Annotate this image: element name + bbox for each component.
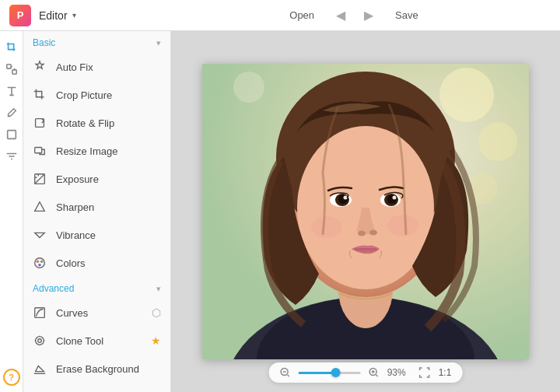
curves-icon: [31, 304, 48, 321]
svg-point-35: [369, 230, 377, 236]
colors-icon: [31, 254, 48, 271]
clone-star-badge: ★: [151, 334, 161, 347]
tool-rotate[interactable]: Rotate & Flip: [23, 109, 170, 137]
svg-point-36: [311, 216, 342, 238]
exposure-label: Exposure: [56, 173, 161, 185]
topbar: P Editor ▾ Open ◀ ▶ Save: [0, 0, 560, 31]
svg-point-14: [38, 339, 42, 343]
auto-fix-icon: [31, 58, 48, 75]
svg-marker-6: [35, 202, 45, 212]
vibrance-icon: [31, 226, 48, 243]
open-button[interactable]: Open: [283, 6, 320, 24]
svg-point-17: [478, 122, 517, 161]
tool-erase-bg[interactable]: Erase Background: [23, 355, 170, 383]
topbar-center: Open ◀ ▶ Save: [157, 5, 551, 26]
svg-point-34: [358, 231, 366, 236]
svg-point-10: [40, 260, 44, 263]
svg-point-33: [393, 196, 397, 200]
basic-section-label: Basic: [33, 37, 55, 48]
tool-auto-fix[interactable]: Auto Fix: [23, 53, 170, 81]
crop-tool-icon[interactable]: [2, 37, 22, 58]
curves-doc-badge: ⬡: [152, 306, 161, 319]
crop-label: Crop Picture: [56, 89, 161, 101]
colors-label: Colors: [56, 257, 161, 269]
rotate-icon: [31, 114, 48, 131]
svg-rect-2: [7, 131, 16, 139]
resize-label: Resize Image: [56, 145, 161, 157]
tool-resize[interactable]: Resize Image: [23, 137, 170, 165]
undo-button[interactable]: ◀: [333, 5, 348, 26]
crop-icon: [31, 86, 48, 103]
auto-fix-label: Auto Fix: [56, 61, 161, 73]
svg-rect-1: [12, 70, 16, 74]
fit-screen-button[interactable]: [418, 366, 431, 379]
advanced-chevron-icon: ▾: [156, 284, 161, 294]
tool-clone[interactable]: Clone Tool ★: [23, 327, 170, 355]
basic-section-header[interactable]: Basic ▾: [23, 31, 170, 53]
rotate-label: Rotate & Flip: [56, 117, 161, 129]
editor-title: Editor: [39, 9, 68, 22]
exposure-icon: [31, 170, 48, 187]
sharpen-label: Sharpen: [56, 201, 161, 213]
svg-point-29: [344, 196, 348, 200]
zoom-in-button[interactable]: [369, 367, 380, 378]
advanced-section-label: Advanced: [33, 283, 74, 294]
svg-marker-7: [35, 233, 45, 237]
bottom-bar: 93% 1:1: [269, 362, 463, 383]
help-icon[interactable]: ?: [3, 369, 20, 386]
zoom-ratio: 1:1: [439, 367, 452, 378]
app-logo: P: [9, 5, 31, 26]
tool-sharpen[interactable]: Sharpen: [23, 193, 170, 221]
topbar-left: P Editor ▾: [9, 5, 157, 26]
zoom-slider-fill: [299, 372, 333, 374]
filter-tool-icon[interactable]: [2, 146, 22, 166]
svg-point-19: [233, 72, 264, 103]
svg-rect-0: [6, 65, 10, 68]
basic-chevron-icon: ▾: [156, 38, 161, 48]
save-button[interactable]: Save: [389, 6, 425, 24]
erase-bg-label: Erase Background: [56, 363, 161, 375]
editor-dropdown-arrow[interactable]: ▾: [72, 11, 76, 19]
tools-panel: Basic ▾ Auto Fix Crop Picture: [23, 31, 171, 392]
curves-label: Curves: [56, 307, 144, 319]
transform-tool-icon[interactable]: [2, 59, 22, 79]
tool-colors[interactable]: Colors: [23, 249, 170, 277]
text-tool-icon[interactable]: [2, 81, 22, 101]
svg-point-37: [387, 215, 418, 236]
clone-icon: [31, 332, 48, 349]
photo-container: [202, 64, 529, 359]
advanced-section-header[interactable]: Advanced ▾: [23, 277, 170, 299]
redo-button[interactable]: ▶: [361, 5, 376, 26]
zoom-slider[interactable]: [299, 372, 361, 374]
svg-point-16: [439, 68, 494, 122]
vibrance-label: Vibrance: [56, 229, 161, 241]
svg-point-11: [38, 264, 41, 267]
svg-point-9: [37, 260, 40, 263]
main-area: ? Basic ▾ Auto Fix Crop Picture: [0, 31, 560, 392]
svg-rect-4: [35, 148, 42, 153]
zoom-percentage: 93%: [387, 367, 411, 378]
icon-strip: ?: [0, 31, 23, 392]
tool-curves[interactable]: Curves ⬡: [23, 299, 170, 327]
tool-vibrance[interactable]: Vibrance: [23, 221, 170, 249]
erase-bg-icon: [31, 360, 48, 377]
clone-label: Clone Tool: [56, 335, 143, 347]
brush-tool-icon[interactable]: [2, 103, 22, 123]
sharpen-icon: [31, 198, 48, 215]
tool-crop[interactable]: Crop Picture: [23, 81, 170, 109]
shape-tool-icon[interactable]: [2, 124, 22, 145]
resize-icon: [31, 142, 48, 159]
canvas-area: 93% 1:1: [171, 31, 560, 392]
zoom-out-button[interactable]: [280, 367, 291, 378]
tool-exposure[interactable]: Exposure: [23, 165, 170, 193]
zoom-slider-thumb: [331, 368, 341, 377]
portrait-image: [202, 64, 529, 359]
